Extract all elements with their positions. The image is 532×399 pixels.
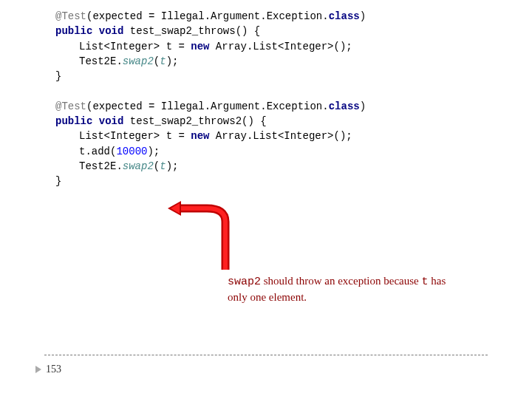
b2-l3: List<Integer> t = new Array.List<Integer…	[55, 129, 366, 143]
b1-l3: List<Integer> t = new Array.List<Integer…	[55, 39, 366, 54]
b2-l5: Test2E.swap2(t);	[55, 159, 366, 174]
b2-l4: t.add(10000);	[55, 144, 366, 159]
b2-l2: public void test_swap2_throws2() {	[55, 114, 366, 129]
note-mono-swap2: swap2	[228, 276, 261, 288]
blank1	[55, 83, 366, 98]
b1-l2: public void test_swap2_throws() {	[55, 24, 366, 38]
annotation-note: swap2 should throw an exception because …	[228, 273, 457, 305]
b2-l1: @Test(expected = Illegal.Argument.Except…	[55, 99, 366, 114]
b1-l4: Test2E.swap2(t);	[55, 54, 366, 69]
code-area: @Test(expected = Illegal.Argument.Except…	[55, 9, 366, 189]
annotation: @Test	[55, 100, 86, 112]
svg-marker-0	[168, 201, 181, 216]
b2-l6: }	[55, 174, 366, 188]
page-marker-icon	[35, 366, 41, 373]
annotation: @Test	[55, 10, 86, 22]
footer-divider	[44, 355, 488, 355]
b1-l1: @Test(expected = Illegal.Argument.Except…	[55, 9, 366, 24]
b1-l5: }	[55, 69, 366, 83]
page-number: 153	[46, 364, 61, 375]
svg-marker-1	[171, 203, 180, 214]
callout-arrow-icon	[166, 200, 248, 281]
